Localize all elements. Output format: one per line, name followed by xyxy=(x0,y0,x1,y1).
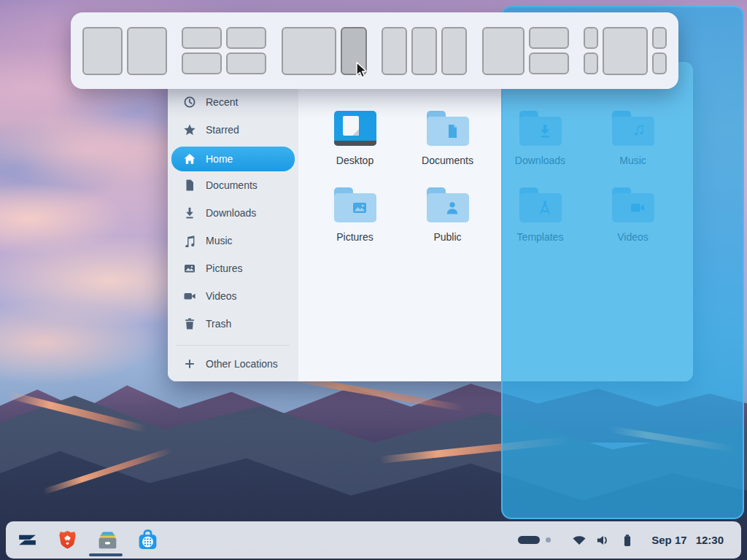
tiling-layout-wide-left-narrow-right[interactable] xyxy=(282,27,367,75)
documents-folder-icon xyxy=(427,111,469,146)
volume-icon[interactable] xyxy=(594,531,613,550)
sidebar-item-videos[interactable]: Videos xyxy=(171,285,295,307)
sidebar: Recent Starred Home Documents xyxy=(168,62,298,381)
home-icon xyxy=(183,152,196,166)
picture-icon xyxy=(183,262,196,275)
sidebar-item-label: Pictures xyxy=(206,262,243,274)
tile-top-right-quarter[interactable] xyxy=(226,27,266,49)
brave-icon xyxy=(56,529,79,551)
tile-top-left-quarter[interactable] xyxy=(182,27,222,49)
sidebar-item-other-locations[interactable]: Other Locations xyxy=(171,353,295,375)
desktop-icon xyxy=(334,111,376,146)
tiling-layout-half-left-stacked-right[interactable] xyxy=(482,27,569,75)
folder-item-documents[interactable]: Documents xyxy=(401,102,494,179)
software-store-icon xyxy=(136,528,160,552)
tile-center-third[interactable] xyxy=(411,27,437,75)
tile-left-half[interactable] xyxy=(82,27,123,75)
sidebar-item-label: Music xyxy=(206,235,233,246)
tile-right-half[interactable] xyxy=(127,27,167,75)
sidebar-item-documents[interactable]: Documents xyxy=(171,174,295,196)
sidebar-item-label: Trash xyxy=(206,318,231,330)
date-label: Sep 17 xyxy=(651,534,686,546)
system-tray[interactable] xyxy=(570,531,637,550)
tile-center-large[interactable] xyxy=(603,27,648,75)
tile-wide-left[interactable] xyxy=(282,27,336,75)
sidebar-item-label: Downloads xyxy=(206,207,256,219)
public-folder-icon xyxy=(427,187,469,222)
tile-bottom-right-quarter[interactable] xyxy=(226,52,266,74)
clock-icon xyxy=(183,96,196,109)
sidebar-item-label: Starred xyxy=(206,124,239,136)
active-app-indicator xyxy=(89,553,123,556)
star-icon xyxy=(183,123,196,136)
tile-right-bottom[interactable] xyxy=(529,52,569,74)
document-icon xyxy=(183,179,196,192)
sidebar-separator xyxy=(177,345,290,346)
plus-icon xyxy=(183,357,196,370)
wifi-icon[interactable] xyxy=(570,531,589,550)
sidebar-item-downloads[interactable]: Downloads xyxy=(171,202,295,224)
folder-item-desktop[interactable]: Desktop xyxy=(309,102,401,179)
taskbar-app-icons xyxy=(6,528,160,552)
tile-left-third[interactable] xyxy=(382,27,407,75)
tile-right-bottom-small[interactable] xyxy=(652,52,667,74)
sidebar-item-label: Other Locations xyxy=(206,358,278,370)
zorin-logo-icon xyxy=(15,528,39,552)
folder-label: Pictures xyxy=(336,231,374,243)
files-app-button[interactable] xyxy=(96,528,120,552)
workspace-indicator-inactive[interactable] xyxy=(546,537,551,542)
clock[interactable]: Sep 17 12:30 xyxy=(651,534,724,546)
pictures-folder-icon xyxy=(334,187,376,222)
tile-left-top-small[interactable] xyxy=(584,27,598,49)
sidebar-item-starred[interactable]: Starred xyxy=(171,119,295,141)
sidebar-item-pictures[interactable]: Pictures xyxy=(171,257,295,279)
sidebar-item-music[interactable]: Music xyxy=(171,230,295,252)
battery-icon[interactable] xyxy=(618,531,637,550)
folder-item-pictures[interactable]: Pictures xyxy=(309,179,401,255)
time-label: 12:30 xyxy=(696,534,724,546)
sidebar-item-label: Documents xyxy=(206,179,258,191)
trash-icon xyxy=(183,317,196,330)
taskbar-status-area: Sep 17 12:30 xyxy=(518,531,741,550)
sidebar-item-recent[interactable]: Recent xyxy=(171,91,295,113)
mouse-cursor xyxy=(355,61,368,80)
folder-label: Public xyxy=(433,231,461,243)
download-icon xyxy=(183,206,196,219)
taskbar: Sep 17 12:30 xyxy=(6,521,741,559)
sidebar-item-label: Home xyxy=(206,153,233,165)
tiling-layout-three-columns[interactable] xyxy=(382,27,467,75)
tile-right-third[interactable] xyxy=(441,27,467,75)
sidebar-item-home[interactable]: Home xyxy=(171,147,295,171)
tile-left-half-tall[interactable] xyxy=(482,27,525,75)
brave-browser-button[interactable] xyxy=(55,528,80,552)
workspace-indicator-active[interactable] xyxy=(518,536,540,544)
tiling-layout-four-quarters[interactable] xyxy=(182,27,266,74)
tile-right-top[interactable] xyxy=(529,27,569,49)
zorin-menu-button[interactable] xyxy=(15,528,39,552)
folder-item-public[interactable]: Public xyxy=(401,179,494,255)
folder-label: Documents xyxy=(422,155,473,166)
sidebar-item-trash[interactable]: Trash xyxy=(171,313,295,335)
files-icon xyxy=(96,528,120,552)
tiling-layout-two-halves[interactable] xyxy=(82,27,167,75)
folder-label: Desktop xyxy=(336,155,374,166)
tile-bottom-left-quarter[interactable] xyxy=(182,52,222,74)
sidebar-item-label: Recent xyxy=(206,96,238,108)
tiling-assistant-popup xyxy=(71,12,678,89)
music-icon xyxy=(183,234,196,247)
tile-left-bottom-small[interactable] xyxy=(584,52,598,74)
video-icon xyxy=(183,289,196,303)
tiling-layout-center-with-split-sides[interactable] xyxy=(584,27,667,75)
sidebar-item-label: Videos xyxy=(206,290,237,302)
tile-right-top-small[interactable] xyxy=(652,27,667,49)
software-store-button[interactable] xyxy=(136,528,160,552)
